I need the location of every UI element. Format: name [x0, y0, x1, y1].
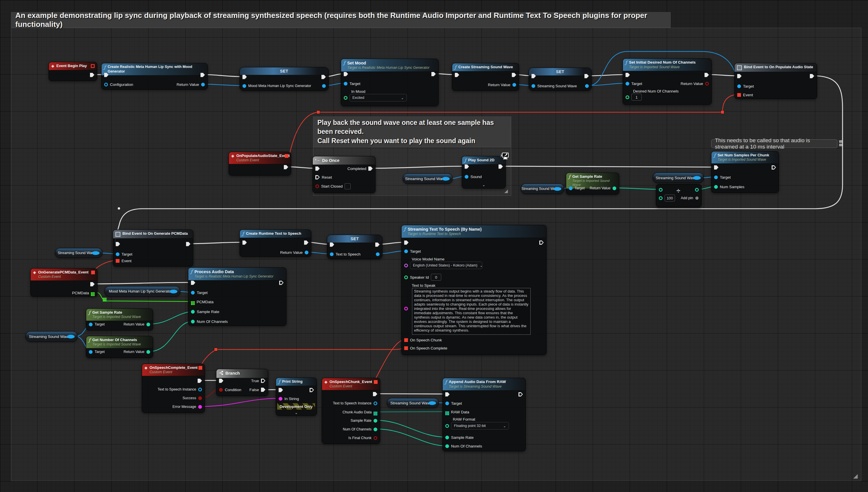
obj-pin[interactable] [169, 290, 178, 293]
var-streaming-sound-wave-4[interactable]: Streaming Sound Wave [55, 248, 102, 258]
exec-pin[interactable] [197, 379, 202, 383]
dropdown[interactable]: English (United States) - Kokoro (Adam)⌄ [410, 262, 482, 269]
divide[interactable]: 100Add pin⊕÷ [656, 184, 702, 207]
exec-pin[interactable] [315, 167, 320, 171]
graph-comment-title[interactable]: An example demonstrating lip sync during… [11, 12, 671, 28]
checkbox[interactable] [345, 183, 351, 189]
expand-advanced-icon[interactable]: ⌄ [276, 411, 316, 415]
exec-pin[interactable] [737, 74, 742, 78]
exec-pin[interactable] [242, 241, 247, 245]
obj-pin[interactable] [344, 82, 348, 85]
expand-advanced-icon[interactable]: ⌄ [462, 183, 506, 187]
value-input[interactable]: 100 [664, 195, 675, 201]
obj-pin[interactable] [532, 84, 535, 88]
exec-pin[interactable] [810, 74, 814, 78]
teal-pin[interactable] [374, 419, 377, 423]
exec-pin[interactable] [373, 392, 377, 396]
del-pin[interactable] [116, 259, 119, 263]
bool-pin[interactable] [198, 396, 202, 400]
exec-pin[interactable] [375, 243, 380, 247]
reroute-node[interactable] [214, 348, 217, 351]
set-initial-desired-num-channels[interactable]: ƒSet Initial Desired Num Of ChannelsTarg… [623, 58, 712, 105]
value-input[interactable]: 1 [631, 94, 642, 101]
exec-pin[interactable] [539, 241, 544, 245]
teal-pin[interactable] [146, 350, 150, 354]
obj-pin[interactable] [374, 401, 377, 405]
exec-pin[interactable] [431, 72, 436, 76]
teal-pin[interactable] [374, 412, 375, 413]
exec-pin[interactable] [344, 72, 348, 76]
teal-pin[interactable] [659, 188, 662, 192]
set-text-to-speech[interactable]: SETText to Speech [327, 235, 382, 259]
exec-pin[interactable] [498, 165, 503, 169]
exec-pin[interactable] [242, 75, 247, 79]
exec-pin[interactable] [279, 388, 283, 392]
obj-pin[interactable] [305, 251, 308, 254]
exec-pin[interactable] [465, 165, 469, 169]
create-runtime-text-to-speech[interactable]: ƒCreate Runtime Text to SpeechReturn Val… [239, 229, 311, 257]
dropdown[interactable]: Floating point 32-bit⌄ [451, 422, 509, 429]
get-number-of-channels[interactable]: ƒGet Number Of ChannelsTarget is Importe… [86, 336, 153, 358]
teal-pin[interactable] [445, 436, 449, 439]
str-pin[interactable] [198, 405, 202, 409]
on-speech-chunk-event[interactable]: ◈OnSpeechChunk_EventCustom EventText to … [322, 378, 380, 444]
exec-pin[interactable] [279, 281, 284, 285]
node-comment-bubble[interactable]: This needs to be called so that audio is… [711, 139, 837, 148]
obj-pin[interactable] [92, 251, 99, 255]
obj-pin[interactable] [693, 176, 701, 180]
obj-pin[interactable] [89, 323, 93, 326]
on-populate-audio-state-event[interactable]: ◈OnPopulateAudioState_EventCustom Event [229, 152, 291, 175]
exec-pin[interactable] [219, 379, 224, 383]
exec-pin[interactable] [90, 282, 95, 287]
reroute-node[interactable] [317, 111, 320, 114]
exec-pin[interactable] [322, 75, 326, 79]
exec-pin[interactable] [310, 388, 314, 392]
set-mood[interactable]: ƒSet MoodTarget is Realistic Meta Human … [341, 59, 439, 106]
exec-pin[interactable] [714, 165, 719, 170]
branch[interactable]: BranchTrueConditionFalse [216, 369, 268, 396]
delegate-pin[interactable] [198, 366, 202, 370]
set-num-samples-per-chunk[interactable]: ƒSet Num Samples Per ChunkTarget is Impo… [711, 151, 779, 193]
exec-pin[interactable] [186, 242, 190, 246]
teal-pin[interactable] [714, 185, 718, 189]
exec-pin[interactable] [261, 388, 265, 392]
obj-pin[interactable] [404, 249, 408, 253]
exec-pin[interactable] [512, 73, 516, 77]
obj-pin[interactable] [376, 252, 380, 256]
obj-pin[interactable] [67, 335, 75, 339]
str-pin[interactable] [279, 397, 282, 401]
bool-pin[interactable] [705, 82, 709, 85]
teal-pin[interactable] [612, 187, 616, 190]
event-begin-play[interactable]: ◈Event Begin Play [49, 62, 97, 81]
exec-pin[interactable] [304, 241, 308, 245]
streaming-text-to-speech[interactable]: ƒStreaming Text To Speech (By Name)Targe… [401, 225, 546, 355]
create-realistic-lipsync[interactable]: ƒCreate Realistic Meta Human Lip Sync wi… [101, 63, 208, 90]
comment-resize-handle-icon[interactable]: ◢ [853, 473, 858, 479]
value-input[interactable]: 0 [431, 274, 441, 281]
obj-pin[interactable] [191, 291, 195, 295]
del-pin[interactable] [404, 346, 408, 350]
exec-pin[interactable] [191, 281, 195, 285]
obj-pin[interactable] [198, 388, 202, 391]
play-sound-2d[interactable]: ƒPlay Sound 2DSound⌄ [462, 156, 506, 189]
teal-pin[interactable] [445, 411, 446, 413]
reroute-node[interactable] [118, 207, 120, 210]
exec-pin[interactable] [90, 73, 94, 77]
obj-pin[interactable] [554, 187, 561, 191]
var-streaming-sound-wave-6[interactable]: Streaming Sound Wave [387, 398, 439, 408]
obj-pin[interactable] [201, 83, 205, 87]
exec-pin[interactable] [455, 73, 459, 77]
do-once[interactable]: ¹→Do OnceCompletedResetStart Closed [312, 156, 376, 193]
set-mood-generator[interactable]: SETMood Meta Human Lip Sync Generator [239, 67, 329, 91]
get-sample-rate-left[interactable]: ƒGet Sample RateTarget is Imported Sound… [86, 309, 153, 330]
obj-pin[interactable] [445, 401, 449, 405]
bind-event-on-generate-pcmdata[interactable]: Bind Event to On Generate PCMDataTargetE… [113, 229, 193, 267]
comment-pin-icon[interactable] [839, 140, 843, 146]
set-streaming-sound-wave[interactable]: SETStreaming Sound Wave [529, 68, 592, 91]
get-sample-rate-mid[interactable]: ƒGet Sample RateTarget is Imported Sound… [566, 173, 619, 195]
obj-pin[interactable] [116, 252, 119, 256]
delegate-pin[interactable] [91, 64, 95, 68]
exec-pin[interactable] [116, 242, 120, 246]
exec-pin[interactable] [626, 73, 630, 77]
del-pin[interactable] [404, 338, 408, 342]
